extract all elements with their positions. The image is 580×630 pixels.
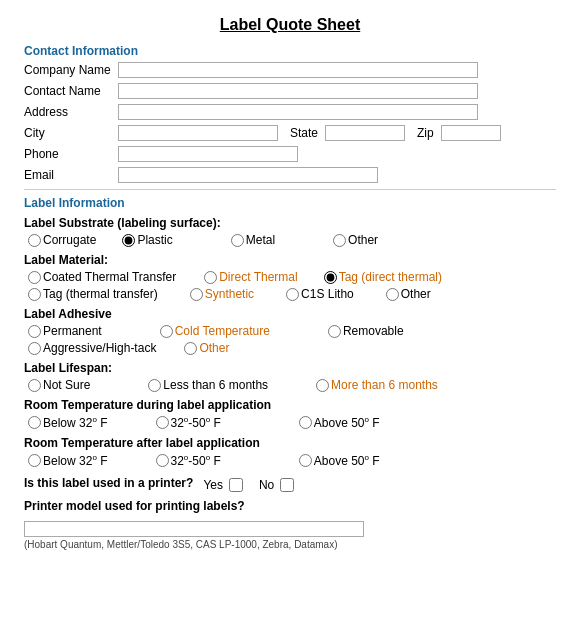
material-other: Other (382, 287, 431, 301)
material-tdt: Tag (direct thermal) (320, 270, 442, 284)
address-row: Address (24, 104, 556, 120)
substrate-other-label: Other (348, 233, 378, 247)
address-label: Address (24, 105, 114, 119)
state-label: State (290, 126, 318, 140)
rtaf-below32-radio[interactable] (28, 454, 41, 467)
material-dt-radio[interactable] (204, 271, 217, 284)
lifespan-more6-radio[interactable] (316, 379, 329, 392)
rta-above50-label: Above 50o F (314, 415, 380, 430)
material-tdt-label: Tag (direct thermal) (339, 270, 442, 284)
company-name-row: Company Name (24, 62, 556, 78)
material-c1s-radio[interactable] (286, 288, 299, 301)
material-syn-radio[interactable] (190, 288, 203, 301)
rta-below32-label: Below 32o F (43, 415, 108, 430)
rta-32-50-radio[interactable] (156, 416, 169, 429)
rtaf-below32: Below 32o F (24, 453, 108, 468)
page-title: Label Quote Sheet (24, 16, 556, 34)
substrate-corrugate-radio[interactable] (28, 234, 41, 247)
adhesive-removable: Removable (324, 324, 404, 338)
adhesive-removable-radio[interactable] (328, 325, 341, 338)
material-syn-label: Synthetic (205, 287, 254, 301)
printer-model-input[interactable] (24, 521, 364, 537)
material-ttt: Tag (thermal transfer) (24, 287, 158, 301)
substrate-plastic-radio[interactable] (122, 234, 135, 247)
adhesive-aggressive-radio[interactable] (28, 342, 41, 355)
rta-below32-radio[interactable] (28, 416, 41, 429)
printer-model-row: Printer model used for printing labels? (24, 499, 556, 516)
adhesive-permanent-label: Permanent (43, 324, 102, 338)
adhesive-row2: Aggressive/High-tack Other (24, 341, 556, 355)
yes-label: Yes (203, 478, 223, 492)
state-input[interactable] (325, 125, 405, 141)
material-ttt-radio[interactable] (28, 288, 41, 301)
lifespan-less6-label: Less than 6 months (163, 378, 268, 392)
substrate-metal-label: Metal (246, 233, 275, 247)
rta-32-50-label: 32o-50o F (171, 415, 221, 430)
printer-model-label: Printer model used for printing labels? (24, 499, 245, 513)
substrate-plastic: Plastic (118, 233, 172, 247)
material-other-radio[interactable] (386, 288, 399, 301)
company-name-input[interactable] (118, 62, 478, 78)
substrate-metal-radio[interactable] (231, 234, 244, 247)
rta-above50-radio[interactable] (299, 416, 312, 429)
material-dt-label: Direct Thermal (219, 270, 297, 284)
email-input[interactable] (118, 167, 378, 183)
substrate-other-radio[interactable] (333, 234, 346, 247)
adhesive-aggressive-label: Aggressive/High-tack (43, 341, 156, 355)
adhesive-label: Label Adhesive (24, 307, 556, 321)
adhesive-other-label: Other (199, 341, 229, 355)
substrate-corrugate: Corrugate (24, 233, 96, 247)
rtaf-32-50: 32o-50o F (152, 453, 221, 468)
adhesive-removable-label: Removable (343, 324, 404, 338)
lifespan-less6: Less than 6 months (144, 378, 268, 392)
printer-question-row: Is this label used in a printer? Yes No (24, 476, 556, 493)
company-name-label: Company Name (24, 63, 114, 77)
phone-input[interactable] (118, 146, 298, 162)
email-label: Email (24, 168, 114, 182)
lifespan-notsure: Not Sure (24, 378, 90, 392)
city-input[interactable] (118, 125, 278, 141)
city-state-zip-row: City State Zip (24, 125, 556, 141)
contact-name-label: Contact Name (24, 84, 114, 98)
adhesive-permanent: Permanent (24, 324, 102, 338)
room-temp-apply-group: Below 32o F 32o-50o F Above 50o F (24, 415, 556, 430)
lifespan-label: Label Lifespan: (24, 361, 556, 375)
rta-above50: Above 50o F (295, 415, 380, 430)
rtaf-above50: Above 50o F (295, 453, 380, 468)
substrate-corrugate-label: Corrugate (43, 233, 96, 247)
rtaf-32-50-label: 32o-50o F (171, 453, 221, 468)
yes-checkbox[interactable] (229, 478, 243, 492)
adhesive-row1: Permanent Cold Temperature Removable (24, 324, 556, 338)
address-input[interactable] (118, 104, 478, 120)
printer-note: (Hobart Quantum, Mettler/Toledo 3S5, CAS… (24, 539, 556, 550)
material-tdt-radio[interactable] (324, 271, 337, 284)
lifespan-more6: More than 6 months (312, 378, 438, 392)
adhesive-cold-radio[interactable] (160, 325, 173, 338)
material-row2: Tag (thermal transfer) Synthetic C1S Lit… (24, 287, 556, 301)
no-checkbox[interactable] (280, 478, 294, 492)
material-syn: Synthetic (186, 287, 254, 301)
lifespan-more6-label: More than 6 months (331, 378, 438, 392)
substrate-group: Corrugate Plastic Metal Other (24, 233, 556, 247)
room-temp-apply-label: Room Temperature during label applicatio… (24, 398, 556, 412)
material-label: Label Material: (24, 253, 556, 267)
contact-name-input[interactable] (118, 83, 478, 99)
phone-label: Phone (24, 147, 114, 161)
adhesive-other-radio[interactable] (184, 342, 197, 355)
zip-input[interactable] (441, 125, 501, 141)
room-temp-after-label: Room Temperature after label application (24, 436, 556, 450)
material-other-label: Other (401, 287, 431, 301)
substrate-metal: Metal (227, 233, 275, 247)
material-ctt-radio[interactable] (28, 271, 41, 284)
adhesive-permanent-radio[interactable] (28, 325, 41, 338)
lifespan-group: Not Sure Less than 6 months More than 6 … (24, 378, 556, 392)
rtaf-above50-radio[interactable] (299, 454, 312, 467)
zip-label: Zip (417, 126, 434, 140)
lifespan-less6-radio[interactable] (148, 379, 161, 392)
material-ctt: Coated Thermal Transfer (24, 270, 176, 284)
phone-row: Phone (24, 146, 556, 162)
lifespan-notsure-radio[interactable] (28, 379, 41, 392)
rtaf-32-50-radio[interactable] (156, 454, 169, 467)
adhesive-cold: Cold Temperature (156, 324, 270, 338)
material-dt: Direct Thermal (200, 270, 297, 284)
